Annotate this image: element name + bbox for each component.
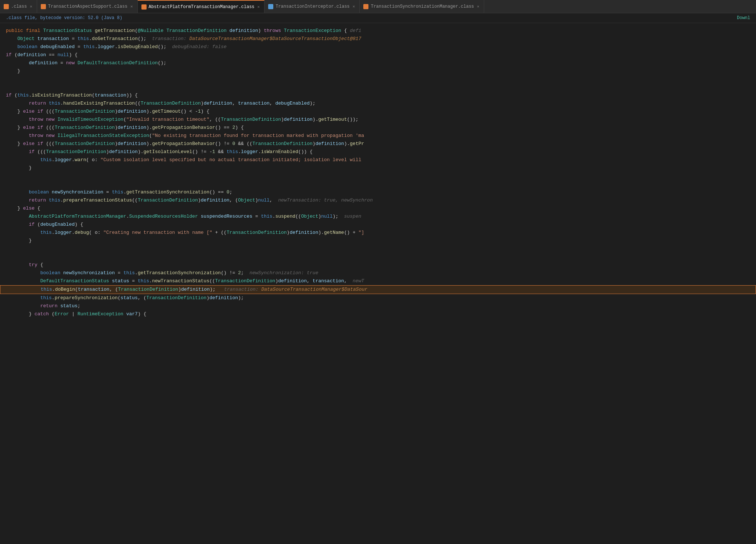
code-line-35: return status; xyxy=(0,302,756,310)
tab-label-1: .class xyxy=(11,4,27,9)
code-line-22: return this.prepareTransactionStatus((Tr… xyxy=(0,196,756,204)
code-line-16: if (((TransactionDefinition)definition).… xyxy=(0,148,756,156)
code-line-11: } else if (((TransactionDefinition)defin… xyxy=(0,108,756,116)
code-line-3: boolean debugEnabled = this.logger.isDeb… xyxy=(0,43,756,51)
tab-icon-5 xyxy=(363,4,368,9)
code-line-19 xyxy=(0,172,756,180)
code-line-8 xyxy=(0,83,756,91)
tab-label-3: AbstractPlatformTransactionManager.class xyxy=(149,4,255,10)
tab-label-4: TransactionInterceptor.class xyxy=(276,4,350,9)
code-line-7 xyxy=(0,75,756,83)
code-line-17: this.logger.warn( o: "Custom isolation l… xyxy=(0,156,756,164)
code-line-27: } xyxy=(0,237,756,245)
code-line-31: boolean newSynchronization = this.getTra… xyxy=(0,269,756,277)
code-line-28 xyxy=(0,245,756,253)
tab-close-3[interactable]: ✕ xyxy=(257,4,261,10)
tab-close-1[interactable]: ✕ xyxy=(29,4,33,9)
tab-close-4[interactable]: ✕ xyxy=(352,4,356,9)
tab-2[interactable]: TransactionAspectSupport.class ✕ xyxy=(37,0,138,13)
code-line-23: } else { xyxy=(0,204,756,213)
code-line-2: Object transaction = this.doGetTransacti… xyxy=(0,35,756,43)
code-line-26: this.logger.debug( o: "Creating new tran… xyxy=(0,229,756,237)
code-line-15: } else if (((TransactionDefinition)defin… xyxy=(0,140,756,148)
tab-close-2[interactable]: ✕ xyxy=(130,4,134,9)
code-line-33: this.doBegin(transaction, (TransactionDe… xyxy=(0,285,756,294)
file-info-text: .class file, bytecode version: 52.0 (Jav… xyxy=(6,15,122,21)
code-line-34: this.prepareSynchronization(status, (Tra… xyxy=(0,294,756,302)
code-line-4: if (definition == null) { xyxy=(0,51,756,59)
tab-icon-3 xyxy=(141,4,147,10)
code-line-32: DefaultTransactionStatus status = this.n… xyxy=(0,277,756,285)
code-line-24: AbstractPlatformTransactionManager.Suspe… xyxy=(0,213,756,221)
code-line-14: throw new IllegalTransactionStateExcepti… xyxy=(0,132,756,140)
code-line-20 xyxy=(0,180,756,188)
tab-icon-4 xyxy=(268,4,273,9)
code-line-18: } xyxy=(0,164,756,172)
code-line-25: if (debugEnabled) { xyxy=(0,221,756,229)
tab-5[interactable]: TransactionSynchronizationManager.class … xyxy=(360,0,484,13)
tab-label-5: TransactionSynchronizationManager.class xyxy=(371,4,474,9)
tab-3[interactable]: AbstractPlatformTransactionManager.class… xyxy=(138,0,265,13)
code-line-12: throw new InvalidTimeoutException("Inval… xyxy=(0,116,756,124)
tab-label-2: TransactionAspectSupport.class xyxy=(48,4,127,9)
code-line-21: boolean newSynchronization = this.getTra… xyxy=(0,188,756,196)
code-line-9: if (this.isExistingTransaction(transacti… xyxy=(0,91,756,99)
code-line-6: } xyxy=(0,67,756,75)
tab-close-5[interactable]: ✕ xyxy=(476,4,480,9)
code-line-10: return this.handleExistingTransaction((T… xyxy=(0,99,756,108)
code-line-30: try { xyxy=(0,261,756,269)
code-line-29 xyxy=(0,253,756,261)
file-info-bar: .class file, bytecode version: 52.0 (Jav… xyxy=(0,13,756,23)
code-line-1: public final TransactionStatus getTransa… xyxy=(0,27,756,35)
download-link[interactable]: Downl xyxy=(737,15,750,21)
code-line-36: } catch (Error | RuntimeException var7) … xyxy=(0,310,756,318)
tab-4[interactable]: TransactionInterceptor.class ✕ xyxy=(264,0,360,13)
tab-icon-1 xyxy=(4,4,9,9)
code-line-13: } else if (((TransactionDefinition)defin… xyxy=(0,124,756,132)
code-line-5: definition = new DefaultTransactionDefin… xyxy=(0,59,756,67)
code-area[interactable]: public final TransactionStatus getTransa… xyxy=(0,23,756,541)
tab-1[interactable]: .class ✕ xyxy=(0,0,37,13)
tab-bar: .class ✕ TransactionAspectSupport.class … xyxy=(0,0,756,13)
tab-icon-2 xyxy=(41,4,46,9)
